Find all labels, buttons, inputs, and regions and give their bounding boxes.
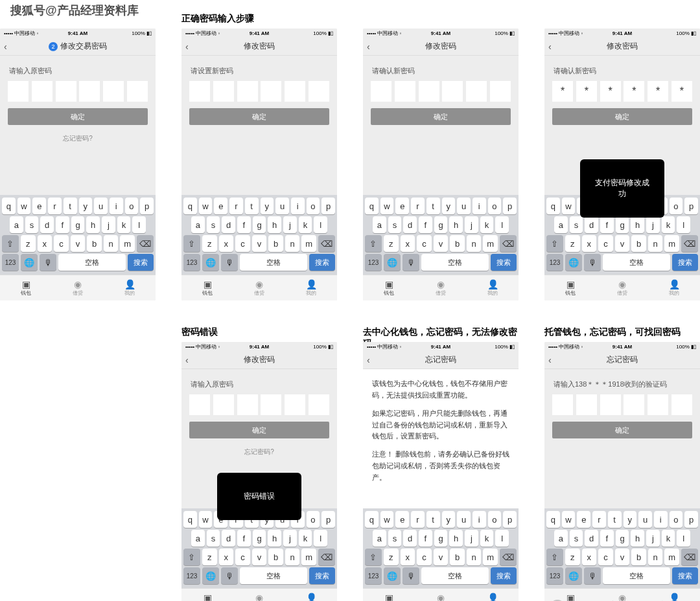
shift-key[interactable]: ⇧ (365, 235, 382, 252)
key-f[interactable]: f (600, 216, 614, 233)
pin-cell[interactable] (213, 81, 234, 102)
key-k[interactable]: k (299, 216, 312, 233)
confirm-button[interactable]: 确定 (371, 108, 511, 125)
key-b[interactable]: b (631, 549, 646, 565)
space-key[interactable]: 空格 (421, 254, 489, 271)
key-y[interactable]: y (624, 511, 637, 528)
key-r[interactable]: r (48, 198, 62, 214)
pin-cell[interactable] (32, 81, 52, 102)
key-z[interactable]: z (565, 549, 580, 565)
tab-1[interactable]: ◉借贷 (52, 275, 104, 300)
key-v[interactable]: v (71, 235, 86, 252)
key-u[interactable]: u (638, 511, 652, 528)
search-key[interactable]: 搜索 (491, 254, 517, 271)
key-g[interactable]: g (253, 216, 266, 233)
key-c[interactable]: c (417, 549, 432, 565)
tab-1[interactable]: ◉借贷 (415, 275, 467, 300)
key-s[interactable]: s (388, 530, 402, 547)
key-m[interactable]: m (301, 235, 316, 252)
key-s[interactable]: s (388, 216, 402, 233)
numeric-key[interactable]: 123 (183, 567, 200, 584)
pin-cell[interactable] (671, 394, 692, 415)
shift-key[interactable]: ⇧ (2, 235, 19, 252)
confirm-button[interactable]: 确定 (8, 108, 148, 125)
globe-key[interactable]: 🌐 (202, 567, 219, 584)
key-t[interactable]: t (64, 198, 77, 214)
pin-cell[interactable] (490, 81, 511, 102)
key-c[interactable]: c (235, 235, 250, 252)
key-e[interactable]: e (214, 198, 228, 214)
confirm-button[interactable]: 确定 (189, 422, 329, 438)
key-j[interactable]: j (646, 216, 660, 233)
tab-1[interactable]: ◉借贷 (233, 275, 285, 300)
key-v[interactable]: v (434, 549, 449, 565)
key-e[interactable]: e (395, 198, 409, 214)
tab-1[interactable]: ◉借贷 (415, 589, 467, 601)
key-i[interactable]: i (110, 198, 123, 214)
key-h[interactable]: h (449, 530, 463, 547)
tab-2[interactable]: 👤我的 (285, 275, 337, 300)
key-x[interactable]: x (401, 235, 415, 252)
key-j[interactable]: j (283, 530, 297, 547)
key-n[interactable]: n (467, 235, 482, 252)
mic-key[interactable]: 🎙 (221, 254, 238, 271)
key-k[interactable]: k (662, 530, 675, 547)
key-c[interactable]: c (598, 549, 613, 565)
key-q[interactable]: q (183, 511, 197, 528)
key-s[interactable]: s (207, 530, 220, 547)
key-o[interactable]: o (670, 511, 683, 528)
key-e[interactable]: e (32, 198, 46, 214)
pin-cell[interactable] (261, 394, 281, 415)
tab-2[interactable]: 👤我的 (467, 589, 519, 601)
tab-0[interactable]: ▣钱包 (181, 589, 233, 601)
key-w[interactable]: w (18, 198, 31, 214)
delete-key[interactable]: ⌫ (137, 235, 154, 252)
key-j[interactable]: j (465, 216, 478, 233)
key-b[interactable]: b (450, 549, 465, 565)
space-key[interactable]: 空格 (421, 567, 489, 584)
key-f[interactable]: f (56, 216, 69, 233)
delete-key[interactable]: ⌫ (500, 235, 517, 252)
pin-cell[interactable]: * (624, 81, 644, 102)
key-w[interactable]: w (562, 511, 576, 528)
back-button[interactable]: ‹ (367, 41, 370, 52)
pin-cell[interactable] (261, 81, 281, 102)
key-v[interactable]: v (252, 235, 267, 252)
key-q[interactable]: q (546, 511, 560, 528)
key-u[interactable]: u (94, 198, 108, 214)
key-p[interactable]: p (503, 198, 517, 214)
pin-cell[interactable] (395, 81, 415, 102)
pin-cell[interactable] (552, 394, 573, 415)
key-w[interactable]: w (562, 198, 576, 214)
pin-cell[interactable] (309, 81, 329, 102)
pin-input[interactable] (552, 394, 692, 415)
back-button[interactable]: ‹ (4, 41, 7, 52)
key-b[interactable]: b (631, 235, 646, 252)
key-r[interactable]: r (411, 198, 425, 214)
confirm-button[interactable]: 确定 (189, 108, 329, 125)
key-y[interactable]: y (442, 198, 456, 214)
delete-key[interactable]: ⌫ (500, 549, 517, 565)
key-z[interactable]: z (384, 549, 399, 565)
key-a[interactable]: a (191, 216, 205, 233)
pin-input[interactable] (189, 81, 329, 102)
pin-cell[interactable]: * (648, 81, 668, 102)
delete-key[interactable]: ⌫ (318, 549, 335, 565)
key-m[interactable]: m (664, 235, 679, 252)
confirm-button[interactable]: 确定 (552, 422, 692, 438)
forgot-link[interactable]: 忘记密码? (189, 448, 329, 457)
key-u[interactable]: u (457, 198, 471, 214)
key-p[interactable]: p (140, 198, 154, 214)
search-key[interactable]: 搜索 (672, 567, 698, 584)
key-p[interactable]: p (684, 198, 698, 214)
key-z[interactable]: z (202, 549, 217, 565)
globe-key[interactable]: 🌐 (565, 254, 582, 271)
key-n[interactable]: n (104, 235, 119, 252)
key-f[interactable]: f (419, 216, 432, 233)
key-o[interactable]: o (307, 198, 320, 214)
key-c[interactable]: c (598, 235, 613, 252)
key-a[interactable]: a (373, 530, 386, 547)
shift-key[interactable]: ⇧ (183, 549, 200, 565)
key-u[interactable]: u (457, 511, 471, 528)
key-b[interactable]: b (87, 235, 102, 252)
